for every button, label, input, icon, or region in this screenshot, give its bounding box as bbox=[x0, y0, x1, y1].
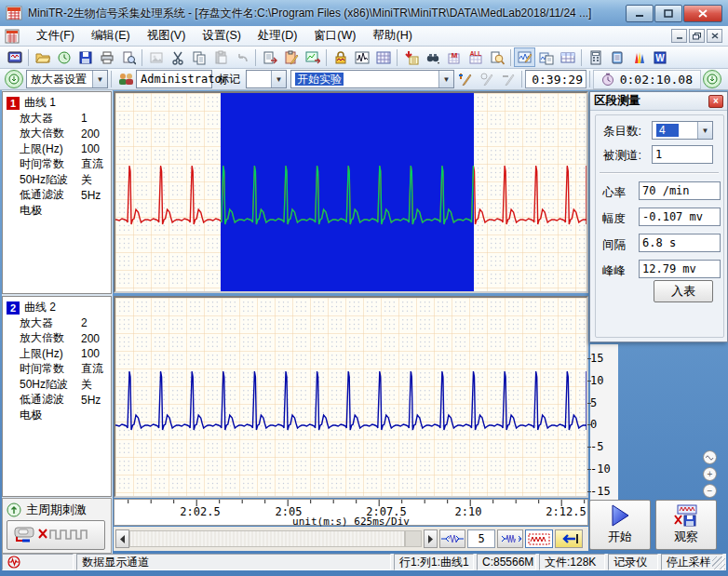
menu-help[interactable]: 帮助(H) bbox=[364, 26, 420, 46]
peak-peak-value: 12.79 mv bbox=[639, 260, 721, 278]
copy-icon[interactable] bbox=[188, 47, 209, 67]
menu-process[interactable]: 处理(D) bbox=[249, 26, 305, 46]
panel-close-icon[interactable]: × bbox=[708, 95, 723, 108]
scroll-to-end-icon[interactable] bbox=[703, 70, 721, 88]
maximize-button[interactable] bbox=[654, 5, 682, 22]
experiment-combo[interactable]: 开始实验 ▼ bbox=[290, 70, 454, 88]
export-report-icon[interactable] bbox=[259, 47, 280, 67]
menu-window[interactable]: 窗口(W) bbox=[305, 26, 364, 46]
mark-edit-icon[interactable] bbox=[476, 70, 497, 89]
color-pens-icon[interactable] bbox=[627, 47, 649, 67]
time-tick-label: 2:07.5 bbox=[366, 505, 406, 518]
items-count-value: 4 bbox=[656, 124, 679, 137]
status-icon-segment bbox=[2, 554, 74, 570]
paste-icon[interactable] bbox=[209, 47, 231, 67]
y-axis-tick-label: -5 bbox=[590, 440, 603, 453]
cut-icon[interactable] bbox=[167, 47, 188, 67]
toolbar-separator bbox=[510, 49, 511, 66]
replay-clock-icon[interactable] bbox=[53, 47, 74, 67]
print-icon[interactable] bbox=[96, 47, 117, 67]
search-binoculars-icon[interactable] bbox=[422, 47, 443, 67]
heartbeat-icon bbox=[7, 556, 20, 569]
chart-copy-icon[interactable] bbox=[535, 47, 557, 67]
segment-measure-panel[interactable]: 区段测量 × 条目数: 4 ▼ 被测道: 1 心率 70 /min 幅度 -0.… bbox=[589, 91, 728, 342]
waveform-edit-icon[interactable] bbox=[514, 47, 535, 67]
amplifier-settings-combo[interactable]: 放大器设置 ▼ bbox=[26, 70, 108, 88]
time-compress-button[interactable] bbox=[497, 529, 523, 548]
scroll-left-button[interactable] bbox=[115, 529, 129, 548]
users-icon[interactable] bbox=[115, 70, 136, 89]
word-export-icon[interactable]: W bbox=[649, 47, 670, 67]
acquisition-device-icon[interactable] bbox=[4, 47, 25, 67]
chevron-down-icon[interactable]: ▼ bbox=[271, 71, 286, 87]
scrollbar-thumb[interactable] bbox=[405, 530, 422, 547]
save-icon[interactable] bbox=[74, 47, 96, 67]
observe-button[interactable]: 观察 bbox=[655, 500, 717, 550]
play-icon bbox=[610, 504, 630, 527]
expand-up-icon[interactable] bbox=[7, 502, 21, 517]
mark-label: 标记 bbox=[218, 72, 240, 87]
channel-1-settings[interactable]: 1 曲线 1 放大器1 放大倍数200 上限(Hz)100 时间常数直流 50H… bbox=[2, 91, 112, 294]
interval-value: 6.8 s bbox=[639, 234, 721, 252]
y-axis-tick-label: 10 bbox=[590, 374, 603, 387]
chevron-down-icon[interactable]: ▼ bbox=[92, 71, 107, 87]
measured-channel-field[interactable]: 1 bbox=[652, 145, 713, 164]
stimulator-button[interactable] bbox=[7, 520, 105, 550]
mark-combo[interactable]: ▼ bbox=[246, 70, 287, 88]
chevron-down-icon[interactable]: ▼ bbox=[438, 71, 453, 87]
channel-2-settings[interactable]: 2 曲线 2 放大器2 放大倍数200 上限(Hz)100 时间常数直流 50H… bbox=[2, 296, 112, 497]
heart-rate-value: 70 /min bbox=[639, 181, 721, 200]
undo-icon[interactable] bbox=[231, 47, 252, 67]
items-count-combo[interactable]: 4 ▼ bbox=[652, 121, 713, 140]
notepad-icon[interactable] bbox=[606, 47, 627, 67]
calculator-icon[interactable] bbox=[585, 47, 606, 67]
autoscale-icon[interactable] bbox=[703, 450, 717, 464]
clipboard-edit-icon[interactable] bbox=[280, 47, 302, 67]
mdi-minimize-button[interactable] bbox=[671, 29, 687, 43]
zoom-out-icon[interactable]: − bbox=[703, 484, 717, 498]
scrollbar-track[interactable] bbox=[129, 530, 405, 547]
waveform-view-icon[interactable] bbox=[351, 47, 372, 67]
time-tick-label: 2:05 bbox=[276, 505, 303, 518]
lock-waveform-icon[interactable] bbox=[330, 47, 351, 67]
status-recorder-mode: 记录仪 bbox=[608, 554, 657, 570]
mark-delete-icon[interactable] bbox=[497, 70, 519, 89]
print-preview-icon[interactable] bbox=[117, 47, 139, 67]
replay-go-icon[interactable] bbox=[5, 70, 23, 88]
import-data-icon[interactable] bbox=[400, 47, 422, 67]
time-compress-value[interactable]: 5 bbox=[467, 529, 495, 548]
add-to-table-button[interactable]: 入表 bbox=[654, 280, 713, 302]
menu-file[interactable]: 文件(F) bbox=[28, 26, 83, 46]
resize-grip[interactable] bbox=[712, 556, 725, 569]
region-measure-button[interactable] bbox=[525, 529, 553, 548]
channel-2-chart[interactable] bbox=[114, 296, 588, 498]
image-export-icon[interactable] bbox=[145, 47, 167, 67]
chevron-down-icon[interactable]: ▼ bbox=[697, 122, 712, 139]
app-icon bbox=[6, 6, 22, 20]
mark-all-icon[interactable]: ALL bbox=[465, 47, 486, 67]
close-button[interactable] bbox=[683, 5, 722, 22]
operator-field[interactable]: Administrator bbox=[136, 70, 212, 88]
time-expand-button[interactable] bbox=[439, 529, 465, 548]
menu-view[interactable]: 视图(V) bbox=[139, 26, 195, 46]
y-axis-tick-label: -10 bbox=[590, 462, 611, 476]
zoom-in-icon[interactable]: + bbox=[703, 467, 717, 481]
minimize-button[interactable] bbox=[626, 5, 654, 22]
segment-measure-title-bar[interactable]: 区段测量 × bbox=[590, 92, 727, 111]
mdi-restore-button[interactable] bbox=[689, 29, 705, 43]
experiment-combo-value: 开始实验 bbox=[295, 73, 344, 86]
jump-to-selection-button[interactable] bbox=[555, 529, 583, 548]
scroll-right-button[interactable] bbox=[424, 529, 438, 548]
menu-settings[interactable]: 设置(S) bbox=[194, 26, 249, 46]
chart-export-icon[interactable] bbox=[302, 47, 323, 67]
mdi-close-button[interactable] bbox=[707, 29, 722, 43]
find-zoom-icon[interactable] bbox=[486, 47, 507, 67]
data-grid-icon[interactable] bbox=[372, 47, 394, 67]
channel-1-chart[interactable] bbox=[114, 91, 588, 293]
mark-add-icon[interactable] bbox=[454, 70, 476, 89]
open-folder-icon[interactable] bbox=[32, 47, 53, 67]
menu-edit[interactable]: 编辑(E) bbox=[83, 26, 139, 46]
start-button[interactable]: 开始 bbox=[589, 500, 651, 550]
data-table-icon[interactable] bbox=[557, 47, 578, 67]
mark-m-icon[interactable]: M bbox=[443, 47, 465, 67]
